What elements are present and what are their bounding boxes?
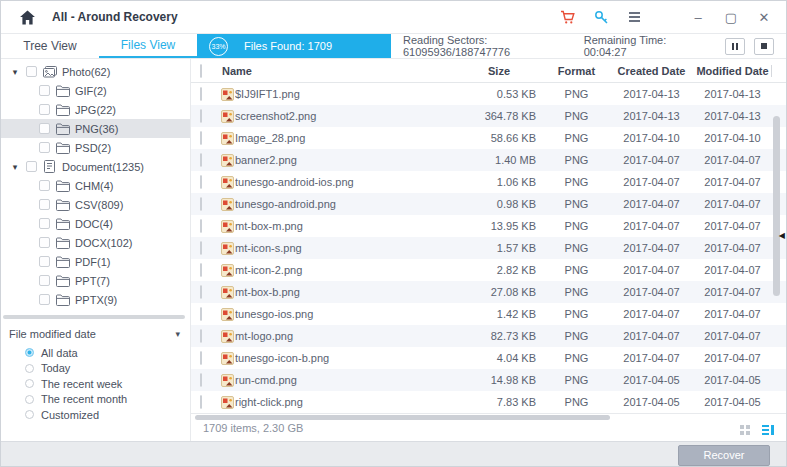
- row-checkbox[interactable]: [200, 109, 202, 123]
- tree-item-photo[interactable]: ▾ Photo(62): [1, 62, 190, 81]
- tree-item-checkbox[interactable]: [39, 199, 50, 210]
- table-row[interactable]: mt-logo.png 82.73 KB PNG 2017-04-07 2017…: [191, 325, 786, 347]
- expand-arrow-icon[interactable]: ▾: [9, 67, 21, 77]
- table-vscrollbar[interactable]: [773, 116, 780, 296]
- file-created-date: 2017-04-13: [609, 88, 694, 100]
- row-checkbox[interactable]: [200, 87, 202, 101]
- tree-item-checkbox[interactable]: [26, 66, 37, 77]
- table-row[interactable]: mt-icon-s.png 1.57 KB PNG 2017-04-07 201…: [191, 237, 786, 259]
- tree-item-gif[interactable]: GIF(2): [1, 81, 190, 100]
- table-row[interactable]: Image_28.png 58.66 KB PNG 2017-04-10 201…: [191, 127, 786, 149]
- tree-item-psd[interactable]: PSD(2): [1, 138, 190, 157]
- table-row[interactable]: mt-box-m.png 13.95 KB PNG 2017-04-07 201…: [191, 215, 786, 237]
- select-all-checkbox[interactable]: [200, 64, 202, 78]
- filter-radio-option[interactable]: Customized: [1, 407, 190, 423]
- home-icon[interactable]: [19, 10, 36, 25]
- tab-tree-view[interactable]: Tree View: [1, 34, 99, 58]
- tree-item-pdf[interactable]: PDF(1): [1, 252, 190, 271]
- sidebar-hscrollbar[interactable]: [3, 315, 188, 320]
- file-created-date: 2017-04-13: [609, 110, 694, 122]
- tree-item-chm[interactable]: CHM(4): [1, 176, 190, 195]
- tree-item-checkbox[interactable]: [39, 180, 50, 191]
- list-view-icon[interactable]: [762, 425, 774, 435]
- cart-icon[interactable]: [560, 9, 576, 25]
- app-window: All - Around Recovery – ▢ ✕: [0, 0, 787, 467]
- key-icon[interactable]: [593, 9, 609, 25]
- filter-radio-option[interactable]: The recent week: [1, 376, 190, 392]
- table-row[interactable]: tunesgo-ios.png 1.42 KB PNG 2017-04-07 2…: [191, 303, 786, 325]
- close-icon[interactable]: ✕: [756, 11, 772, 24]
- row-checkbox[interactable]: [200, 373, 202, 387]
- tree-item-document[interactable]: ▾ Document(1235): [1, 157, 190, 176]
- maximize-icon[interactable]: ▢: [723, 11, 739, 24]
- row-checkbox[interactable]: [200, 329, 202, 343]
- row-checkbox[interactable]: [200, 395, 202, 409]
- table-row[interactable]: mt-icon-2.png 2.82 KB PNG 2017-04-07 201…: [191, 259, 786, 281]
- row-checkbox[interactable]: [200, 131, 202, 145]
- column-header-modified[interactable]: Modified Date: [694, 65, 771, 77]
- tree-item-checkbox[interactable]: [39, 142, 50, 153]
- tree-item-ppt[interactable]: PPT(7): [1, 271, 190, 290]
- row-checkbox[interactable]: [200, 285, 202, 299]
- tree-item-checkbox[interactable]: [39, 256, 50, 267]
- tree-item-csv[interactable]: CSV(809): [1, 195, 190, 214]
- recover-button[interactable]: Recover: [678, 445, 770, 466]
- tree-item-checkbox[interactable]: [26, 161, 37, 172]
- tree-item-checkbox[interactable]: [39, 237, 50, 248]
- table-row[interactable]: screenshot2.png 364.78 KB PNG 2017-04-13…: [191, 105, 786, 127]
- table-row[interactable]: banner2.png 1.40 MB PNG 2017-04-07 2017-…: [191, 149, 786, 171]
- tree-item-jpg[interactable]: JPG(22): [1, 100, 190, 119]
- tree-item-docx[interactable]: DOCX(102): [1, 233, 190, 252]
- table-hscrollbar[interactable]: [195, 415, 610, 420]
- row-checkbox[interactable]: [200, 175, 202, 189]
- table-row[interactable]: right-click.png 7.83 KB PNG 2017-04-05 2…: [191, 391, 786, 413]
- table-row[interactable]: mt-box-b.png 27.08 KB PNG 2017-04-07 201…: [191, 281, 786, 303]
- tree-item-checkbox[interactable]: [39, 218, 50, 229]
- tree-item-png[interactable]: PNG(36): [1, 119, 190, 138]
- chevron-down-icon[interactable]: ▾: [175, 329, 180, 339]
- grid-view-icon[interactable]: [740, 425, 750, 435]
- row-checkbox[interactable]: [200, 197, 202, 211]
- row-checkbox[interactable]: [200, 307, 202, 321]
- filter-radio-option[interactable]: Today: [1, 361, 190, 377]
- minimize-icon[interactable]: –: [690, 11, 706, 24]
- panel-collapse-arrow-icon[interactable]: ◀: [779, 231, 785, 240]
- table-row[interactable]: tunesgo-android.png 0.98 KB PNG 2017-04-…: [191, 193, 786, 215]
- tree-item-checkbox[interactable]: [39, 275, 50, 286]
- radio-icon[interactable]: [25, 410, 34, 419]
- menu-icon[interactable]: [626, 9, 642, 25]
- row-checkbox[interactable]: [200, 351, 202, 365]
- file-name: tunesgo-icon-b.png: [235, 352, 454, 364]
- filter-radio-option[interactable]: The recent month: [1, 392, 190, 408]
- tree-item-pptx[interactable]: PPTX(9): [1, 290, 190, 309]
- tree-item-checkbox[interactable]: [39, 104, 50, 115]
- radio-icon[interactable]: [25, 379, 34, 388]
- row-checkbox[interactable]: [200, 241, 202, 255]
- row-checkbox[interactable]: [200, 263, 202, 277]
- table-row[interactable]: run-cmd.png 14.98 KB PNG 2017-04-05 2017…: [191, 369, 786, 391]
- column-header-format[interactable]: Format: [544, 65, 609, 77]
- tree-item-doc[interactable]: DOC(4): [1, 214, 190, 233]
- expand-arrow-icon[interactable]: ▾: [9, 162, 21, 172]
- radio-icon[interactable]: [25, 364, 34, 373]
- column-header-size[interactable]: Size: [454, 65, 544, 77]
- png-file-icon: [219, 132, 235, 145]
- tree-item-checkbox[interactable]: [39, 123, 50, 134]
- row-checkbox[interactable]: [200, 153, 202, 167]
- png-file-icon: [219, 330, 235, 343]
- table-row[interactable]: $IJ9IFT1.png 0.53 KB PNG 2017-04-13 2017…: [191, 83, 786, 105]
- file-size: 2.82 KB: [454, 264, 544, 276]
- tree-item-checkbox[interactable]: [39, 294, 50, 305]
- table-row[interactable]: tunesgo-android-ios.png 1.06 KB PNG 2017…: [191, 171, 786, 193]
- column-header-created[interactable]: Created Date: [609, 65, 694, 77]
- table-row[interactable]: tunesgo-icon-b.png 4.04 KB PNG 2017-04-0…: [191, 347, 786, 369]
- tree-item-checkbox[interactable]: [39, 85, 50, 96]
- row-checkbox[interactable]: [200, 219, 202, 233]
- column-header-name[interactable]: Name: [219, 65, 454, 77]
- radio-icon[interactable]: [25, 348, 34, 357]
- filter-radio-option[interactable]: All data: [1, 345, 190, 361]
- tab-files-view[interactable]: Files View: [99, 34, 197, 58]
- pause-button[interactable]: [725, 38, 745, 55]
- radio-icon[interactable]: [25, 395, 34, 404]
- stop-button[interactable]: [754, 38, 774, 55]
